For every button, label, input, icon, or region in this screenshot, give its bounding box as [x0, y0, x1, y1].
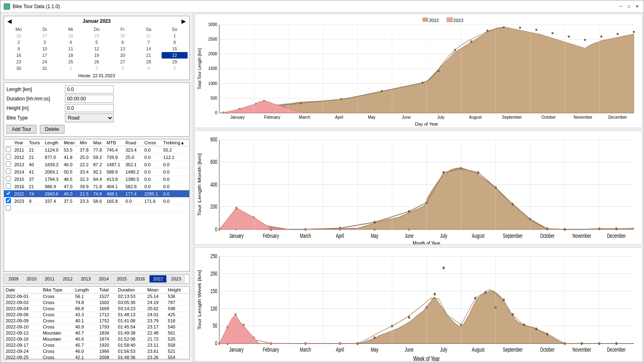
- cal-day[interactable]: 1: [162, 33, 188, 39]
- cal-day[interactable]: 1: [58, 65, 84, 72]
- row-checkbox[interactable]: [4, 176, 13, 183]
- next-month-button[interactable]: ▶: [180, 18, 188, 24]
- tour-bike-type: Mountain: [41, 330, 73, 336]
- year-tab-2011[interactable]: 2011: [41, 275, 58, 283]
- cal-day[interactable]: 12: [84, 46, 110, 52]
- height-input[interactable]: [65, 104, 114, 112]
- close-button[interactable]: ✕: [634, 3, 640, 10]
- cal-day[interactable]: 29: [84, 33, 110, 39]
- row-checkbox[interactable]: [4, 154, 13, 161]
- year-table-row[interactable]: 2012 21 877.0 41.8 25.0 59.2 739.9 25.0 …: [4, 154, 189, 161]
- cal-day[interactable]: 5: [162, 65, 188, 72]
- tour-table-row[interactable]: 2022-09-12 Mountain 40.7 1834 01:49:38 2…: [4, 330, 189, 336]
- year-tab-2014[interactable]: 2014: [95, 275, 112, 283]
- tour-table-row[interactable]: 2022-09-17 Cross 45.7 1920 01:58:40 23.1…: [4, 342, 189, 348]
- cal-day[interactable]: 7: [136, 39, 162, 46]
- year-table-row[interactable]: 2023 9 337.4 37.5 23.3 58.6 165.8 0.0 17…: [4, 198, 189, 205]
- cal-day[interactable]: 8: [162, 39, 188, 46]
- row-checkbox[interactable]: [4, 161, 13, 168]
- duration-input[interactable]: [65, 95, 114, 103]
- year-table-row[interactable]: 2011 21 1124.0 53.5 37.8 77.8 745.4 323.…: [4, 146, 189, 154]
- year-table-row[interactable]: 2015 37 1794.3 48.5 32.3 84.4 413.8 1380…: [4, 176, 189, 183]
- row-checkbox[interactable]: [4, 183, 13, 190]
- row-checkbox[interactable]: [4, 198, 13, 205]
- cal-day[interactable]: 14: [136, 46, 162, 52]
- row-checkbox[interactable]: [4, 146, 13, 154]
- year-tab-2010[interactable]: 2010: [23, 275, 40, 283]
- cal-day[interactable]: 9: [6, 46, 32, 52]
- tour-length: 56.1: [73, 293, 97, 300]
- cal-day[interactable]: 4: [136, 65, 162, 72]
- cal-day[interactable]: 5: [84, 39, 110, 46]
- tour-table-row[interactable]: 2022-09-10 Cross 40.9 1793 01:45:54 23.1…: [4, 324, 189, 330]
- cal-day[interactable]: 26: [84, 59, 110, 65]
- tour-table-row[interactable]: 2022-09-24 Cross 46.0 1966 01:56:53 23.6…: [4, 348, 189, 354]
- year-tab-2023[interactable]: 2023: [167, 275, 184, 283]
- tour-bike-type: Cross: [41, 324, 73, 330]
- prev-month-button[interactable]: ◀: [6, 18, 13, 24]
- cal-day[interactable]: 30: [6, 65, 32, 72]
- cal-day[interactable]: 11: [58, 46, 84, 52]
- data-point-2023: [339, 228, 341, 231]
- cal-day[interactable]: 28: [58, 33, 84, 39]
- cal-day[interactable]: 3: [32, 39, 58, 46]
- year-tab-2015[interactable]: 2015: [113, 275, 130, 283]
- year-tab-2012[interactable]: 2012: [59, 275, 76, 283]
- add-tour-button[interactable]: Add Tour: [6, 125, 37, 134]
- bike-type-select[interactable]: Road Mountain Cross Trekking: [65, 113, 114, 122]
- tour-table-wrapper[interactable]: Date Bike Type Length Total Duration Mea…: [4, 287, 189, 359]
- length-input[interactable]: [65, 85, 114, 93]
- cal-day[interactable]: 3: [110, 65, 136, 72]
- tour-table-row[interactable]: 2022-09-03 Cross 74.8 1602 03:05:30 24.1…: [4, 300, 189, 306]
- cal-day[interactable]: 31: [136, 33, 162, 39]
- cal-day[interactable]: 10: [32, 46, 58, 52]
- cal-day[interactable]: 21: [136, 52, 162, 59]
- cal-day[interactable]: 13: [110, 46, 136, 52]
- year-tab-2022[interactable]: 2022: [149, 275, 166, 283]
- cal-day[interactable]: 20: [110, 52, 136, 59]
- cal-day[interactable]: 17: [32, 52, 58, 59]
- year-table-row[interactable]: 2013 40 1839.2 46.0 22.2 87.2 1487.1 352…: [4, 161, 189, 168]
- cal-day[interactable]: 31: [32, 65, 58, 72]
- tour-table-row[interactable]: 2022-09-06 Cross 43.3 1712 01:48:13 24.0…: [4, 312, 189, 318]
- year-table-row[interactable]: 2022 74 2960.6 40.0 21.5 74.8 498.1 177.…: [4, 190, 189, 198]
- year-tab-2009[interactable]: 2009: [5, 275, 22, 283]
- row-checkbox[interactable]: [4, 205, 13, 212]
- cal-day[interactable]: 27: [32, 33, 58, 39]
- cal-day[interactable]: 18: [58, 52, 84, 59]
- year-table-row[interactable]: [4, 205, 189, 212]
- tour-table-row[interactable]: 2022-09-25 Cross 42.1 2008 01:48:36 23.2…: [4, 354, 189, 359]
- cal-day[interactable]: 15: [162, 46, 188, 52]
- cal-day[interactable]: 30: [110, 33, 136, 39]
- cal-header-do: Do: [84, 26, 110, 33]
- cal-day[interactable]: 26: [6, 33, 32, 39]
- cal-day[interactable]: 29: [162, 59, 188, 65]
- year-table-row[interactable]: 2016 21 986.9 47.0 39.9 71.8 404.1 582.8…: [4, 183, 189, 190]
- minimize-button[interactable]: ─: [618, 3, 624, 10]
- cal-day[interactable]: 25: [58, 59, 84, 65]
- cal-day[interactable]: 2: [6, 39, 32, 46]
- tour-table-row[interactable]: 2022-09-09 Cross 40.1 1752 01:41:08 23.7…: [4, 318, 189, 324]
- cal-day[interactable]: 4: [58, 39, 84, 46]
- year-table-wrapper[interactable]: Year Tours Length Mean Min Max MTB Road …: [4, 139, 189, 271]
- cal-day[interactable]: 28: [136, 59, 162, 65]
- cal-day-today[interactable]: 22: [162, 52, 188, 59]
- delete-button[interactable]: Delete: [40, 125, 65, 134]
- year-tab-2013[interactable]: 2013: [77, 275, 94, 283]
- year-tab-2016[interactable]: 2016: [131, 275, 148, 283]
- row-checkbox[interactable]: [4, 190, 13, 198]
- maximize-button[interactable]: □: [626, 3, 632, 10]
- cal-day[interactable]: 16: [6, 52, 32, 59]
- cal-day[interactable]: 24: [32, 59, 58, 65]
- tour-table-row[interactable]: 2022-09-16 Mountain 40.6 1874 01:52:08 2…: [4, 336, 189, 342]
- cal-day[interactable]: 19: [84, 52, 110, 59]
- cal-day[interactable]: 23: [6, 59, 32, 65]
- tour-table-row[interactable]: 2022-09-04 Cross 66.8 1669 03:14:23 20.6…: [4, 306, 189, 312]
- cal-day[interactable]: 2: [84, 65, 110, 72]
- data-point-2023: [227, 326, 229, 328]
- year-table-row[interactable]: 2014 41 2069.1 50.5 33.4 92.1 588.9 1480…: [4, 168, 189, 176]
- cal-day[interactable]: 6: [110, 39, 136, 46]
- cal-day[interactable]: 27: [110, 59, 136, 65]
- row-checkbox[interactable]: [4, 168, 13, 176]
- tour-table-row[interactable]: 2022-09-01 Cross 56.1 1527 02:13:53 25.1…: [4, 293, 189, 300]
